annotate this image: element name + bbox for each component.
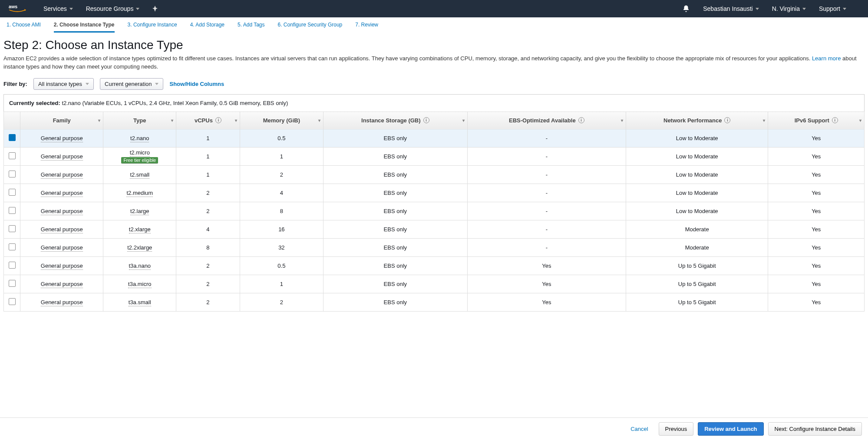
ebs-cell: Yes [467, 275, 626, 293]
memory-cell: 8 [240, 202, 323, 220]
instance-type-filter[interactable]: All instance types [33, 78, 94, 90]
row-select-cell[interactable] [4, 238, 20, 256]
region-menu[interactable]: N. Virginia [772, 5, 806, 12]
type-cell: t2.large [103, 202, 176, 220]
type-name: t3a.small [129, 299, 151, 306]
row-select-cell[interactable] [4, 184, 20, 202]
chevron-down-icon: ▾ [621, 118, 623, 123]
show-hide-columns-link[interactable]: Show/Hide Columns [169, 81, 224, 87]
type-name: t2.large [130, 208, 149, 215]
table-row[interactable]: General purpose t3a.nano 2 0.5 EBS only … [4, 256, 865, 275]
row-select-cell[interactable] [4, 275, 20, 293]
step-3[interactable]: 3. Configure Instance [128, 22, 177, 33]
step-4[interactable]: 4. Add Storage [190, 22, 224, 33]
type-cell: t2.medium [103, 184, 176, 202]
col-ipv6[interactable]: IPv6 Supporti▾ [768, 112, 865, 129]
info-icon[interactable]: i [724, 117, 730, 123]
bell-icon [682, 5, 690, 13]
current-selection-label: Currently selected: [9, 100, 60, 106]
row-select-cell[interactable] [4, 165, 20, 184]
network-cell: Up to 5 Gigabit [626, 256, 768, 275]
row-checkbox[interactable] [9, 243, 16, 250]
support-menu[interactable]: Support [819, 5, 846, 12]
row-checkbox[interactable] [9, 225, 16, 232]
memory-cell: 2 [240, 165, 323, 184]
row-checkbox[interactable] [9, 298, 16, 305]
account-menu[interactable]: Sebastian Insausti [703, 5, 759, 12]
memory-cell: 0.5 [240, 129, 323, 147]
top-nav: aws Services Resource Groups Sebastian I… [0, 0, 868, 17]
col-ebs[interactable]: EBS-Optimized Availablei▾ [467, 112, 626, 129]
row-checkbox[interactable] [9, 152, 16, 159]
resource-groups-menu[interactable]: Resource Groups [86, 5, 140, 12]
chevron-down-icon [155, 83, 158, 85]
chevron-down-icon: ▾ [763, 118, 765, 123]
filter-label: Filter by: [3, 81, 27, 87]
vcpus-cell: 8 [176, 238, 240, 256]
row-select-cell[interactable] [4, 147, 20, 165]
network-cell: Low to Moderate [626, 147, 768, 165]
step-2[interactable]: 2. Choose Instance Type [54, 22, 115, 33]
table-row[interactable]: General purpose t2.2xlarge 8 32 EBS only… [4, 238, 865, 256]
family-cell: General purpose [20, 293, 103, 311]
notifications-button[interactable] [682, 5, 690, 13]
chevron-down-icon [843, 8, 846, 10]
type-name: t2.nano [130, 135, 149, 142]
row-select-cell[interactable] [4, 220, 20, 238]
col-vcpus[interactable]: vCPUsi▾ [176, 112, 240, 129]
table-row[interactable]: General purpose t2.small 1 2 EBS only - … [4, 165, 865, 184]
table-row[interactable]: General purpose t3a.micro 2 1 EBS only Y… [4, 275, 865, 293]
pin-button[interactable] [152, 6, 158, 12]
ebs-cell: - [467, 129, 626, 147]
info-icon[interactable]: i [215, 117, 221, 123]
step-1[interactable]: 1. Choose AMI [7, 22, 41, 33]
generation-filter[interactable]: Current generation [100, 78, 163, 90]
storage-cell: EBS only [323, 147, 467, 165]
aws-logo[interactable]: aws [9, 3, 26, 14]
type-name: t2.2xlarge [127, 244, 152, 252]
family-cell: General purpose [20, 220, 103, 238]
ipv6-cell: Yes [768, 165, 865, 184]
row-select-cell[interactable] [4, 256, 20, 275]
page-description: Amazon EC2 provides a wide selection of … [3, 55, 865, 71]
step-5[interactable]: 5. Add Tags [238, 22, 265, 33]
desc-text-a: Amazon EC2 provides a wide selection of … [3, 55, 810, 62]
step-6[interactable]: 6. Configure Security Group [278, 22, 343, 33]
current-selection-value: t2.nano (Variable ECUs, 1 vCPUs, 2.4 GHz… [62, 100, 288, 106]
col-memory[interactable]: Memory (GiB)▾ [240, 112, 323, 129]
table-row[interactable]: General purpose t2.large 2 8 EBS only - … [4, 202, 865, 220]
table-row[interactable]: General purpose t2.nano 1 0.5 EBS only -… [4, 129, 865, 147]
row-checkbox[interactable] [9, 134, 16, 141]
info-icon[interactable]: i [423, 117, 429, 123]
table-row[interactable]: General purpose t2.xlarge 4 16 EBS only … [4, 220, 865, 238]
row-select-cell[interactable] [4, 202, 20, 220]
network-cell: Low to Moderate [626, 184, 768, 202]
services-menu[interactable]: Services [43, 5, 73, 12]
region-name: N. Virginia [772, 5, 800, 12]
col-storage[interactable]: Instance Storage (GB)i▾ [323, 112, 467, 129]
instance-type-table: Family▾ Type▾ vCPUsi▾ Memory (GiB)▾ Inst… [3, 112, 865, 312]
row-select-cell[interactable] [4, 129, 20, 147]
learn-more-link[interactable]: Learn more [812, 55, 841, 62]
info-icon[interactable]: i [832, 117, 838, 123]
row-checkbox[interactable] [9, 171, 16, 177]
filter-row: Filter by: All instance types Current ge… [3, 78, 865, 90]
family-cell: General purpose [20, 202, 103, 220]
info-icon[interactable]: i [578, 117, 584, 123]
row-checkbox[interactable] [9, 207, 16, 214]
ipv6-cell: Yes [768, 256, 865, 275]
table-row[interactable]: General purpose t2.microFree tier eligib… [4, 147, 865, 165]
table-row[interactable]: General purpose t2.medium 2 4 EBS only -… [4, 184, 865, 202]
col-family[interactable]: Family▾ [20, 112, 103, 129]
ebs-cell: - [467, 220, 626, 238]
resource-groups-label: Resource Groups [86, 5, 134, 12]
col-type[interactable]: Type▾ [103, 112, 176, 129]
row-checkbox[interactable] [9, 262, 16, 269]
row-select-cell[interactable] [4, 293, 20, 311]
table-row[interactable]: General purpose t3a.small 2 2 EBS only Y… [4, 293, 865, 311]
row-checkbox[interactable] [9, 189, 16, 196]
row-checkbox[interactable] [9, 280, 16, 287]
col-network[interactable]: Network Performancei▾ [626, 112, 768, 129]
step-7[interactable]: 7. Review [355, 22, 378, 33]
ebs-cell: Yes [467, 256, 626, 275]
